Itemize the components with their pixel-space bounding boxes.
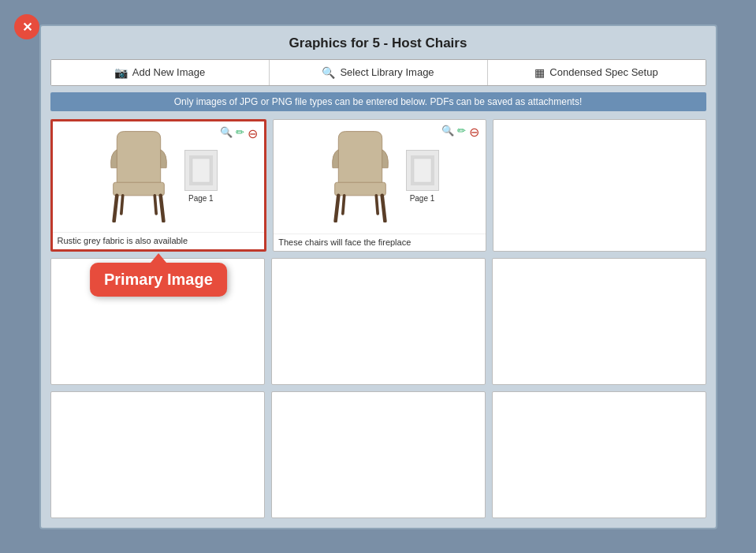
- toolbar: 📷 Add New Image 🔍 Select Library Image ▦…: [50, 59, 706, 86]
- cell-3-content: [493, 120, 706, 251]
- grid-cell-8: [271, 391, 486, 518]
- condensed-spec-label: Condensed Spec Setup: [549, 66, 657, 78]
- svg-line-11: [376, 195, 378, 213]
- grid-row-3: [50, 391, 706, 518]
- add-new-image-button[interactable]: 📷 Add New Image: [51, 60, 270, 85]
- cell-1-zoom-icon[interactable]: 🔍: [220, 126, 233, 141]
- cell-1-actions: 🔍 ✏ ⊖: [215, 123, 263, 144]
- cell-5-content: [272, 259, 485, 384]
- svg-line-10: [342, 195, 344, 213]
- svg-rect-0: [114, 182, 165, 196]
- grid-icon: ▦: [534, 66, 545, 79]
- cell-2-zoom-icon[interactable]: 🔍: [441, 125, 454, 140]
- cell-1-image: [99, 128, 178, 226]
- svg-line-3: [121, 195, 123, 213]
- svg-line-2: [161, 195, 164, 220]
- add-new-image-label: Add New Image: [132, 66, 206, 78]
- cell-2-actions: 🔍 ✏ ⊖: [437, 121, 484, 143]
- grid-cell-6: [492, 258, 706, 385]
- cell-2-caption: These chairs will face the fireplace: [274, 234, 486, 251]
- svg-rect-6: [192, 159, 210, 182]
- grid-cell-5: [271, 258, 486, 385]
- dialog-container: Graphics for 5 - Host Chairs 📷 Add New I…: [39, 24, 717, 529]
- cell-1-edit-icon[interactable]: ✏: [236, 126, 244, 141]
- svg-line-8: [335, 195, 338, 220]
- svg-rect-7: [334, 182, 385, 196]
- svg-line-4: [155, 195, 156, 213]
- grid-cell-7: [50, 391, 265, 518]
- cell-2-page-thumb: Page 1: [406, 150, 439, 203]
- cell-1-caption: Rustic grey fabric is also available: [53, 232, 265, 249]
- cell-7-content: [51, 392, 264, 518]
- cell-2-edit-icon[interactable]: ✏: [457, 125, 466, 140]
- cell-1-page-label: Page 1: [188, 194, 214, 203]
- info-bar-message: Only images of JPG or PNG file types can…: [174, 96, 583, 107]
- cell-8-content: [272, 392, 485, 518]
- cell-1-remove-icon[interactable]: ⊖: [248, 126, 258, 141]
- cell-6-content: [493, 259, 706, 384]
- image-search-icon: 🔍: [322, 66, 335, 79]
- condensed-spec-setup-button[interactable]: ▦ Condensed Spec Setup: [488, 60, 706, 85]
- svg-line-9: [382, 195, 385, 220]
- cell-2-image: [321, 128, 400, 226]
- grid-cell-1: 🔍 ✏ ⊖: [50, 119, 267, 252]
- cell-9-content: [493, 392, 706, 518]
- grid-cell-9: [492, 391, 706, 518]
- svg-rect-13: [414, 159, 431, 182]
- grid-row-1: 🔍 ✏ ⊖: [50, 119, 706, 252]
- grid-cell-2: 🔍 ✏ ⊖: [273, 119, 486, 252]
- close-icon: ✕: [22, 20, 32, 35]
- camera-icon: 📷: [114, 66, 128, 79]
- info-bar: Only images of JPG or PNG file types can…: [50, 92, 706, 111]
- close-button[interactable]: ✕: [14, 14, 39, 39]
- image-grid: 🔍 ✏ ⊖: [50, 119, 706, 518]
- dialog-title: Graphics for 5 - Host Chairs: [50, 35, 706, 51]
- select-library-label: Select Library Image: [340, 66, 434, 78]
- svg-line-1: [114, 195, 117, 220]
- cell-2-page-label: Page 1: [410, 194, 435, 203]
- cell-1-page-thumb: Page 1: [184, 150, 218, 203]
- cell-2-thumb-image: [406, 150, 439, 191]
- cell-1-thumb-image: [184, 150, 218, 191]
- primary-image-label: Primary Image: [90, 263, 227, 297]
- grid-cell-3: [493, 119, 706, 252]
- cell-2-remove-icon[interactable]: ⊖: [469, 125, 479, 140]
- select-library-image-button[interactable]: 🔍 Select Library Image: [270, 60, 488, 85]
